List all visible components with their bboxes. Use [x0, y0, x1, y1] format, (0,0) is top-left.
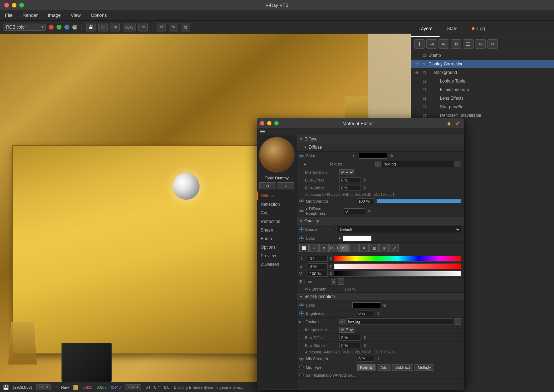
- si-blur-strength-input[interactable]: [339, 343, 361, 348]
- source-select[interactable]: Default: [337, 226, 461, 233]
- mix-strength-radio[interactable]: [299, 199, 304, 203]
- sat-slider[interactable]: [334, 263, 461, 269]
- hsv-select[interactable]: HSV ▾: [125, 384, 141, 390]
- channel-select[interactable]: RGB color: [3, 24, 46, 31]
- add-layer-button[interactable]: ⬇: [414, 39, 425, 49]
- mat-nav-coat[interactable]: Coat: [257, 209, 296, 217]
- import-button[interactable]: ⇥: [426, 39, 437, 49]
- scale-select[interactable]: 1x1 ▾: [36, 384, 51, 390]
- red-channel-dot[interactable]: [49, 25, 54, 30]
- si-color-swatch[interactable]: [352, 302, 381, 308]
- mat-nav-sheen[interactable]: Sheen ..: [257, 226, 296, 234]
- mat-nav-options[interactable]: Options: [257, 243, 296, 252]
- mat-nav-preview[interactable]: Preview: [257, 252, 296, 260]
- mat-nav-diffuse[interactable]: Diffuse.: [257, 192, 296, 200]
- opacity-texture-dropdown[interactable]: ▾: [331, 279, 336, 284]
- texture-file-input[interactable]: [382, 161, 453, 167]
- val-input[interactable]: [308, 271, 328, 277]
- hue-input[interactable]: [308, 256, 328, 262]
- display-button[interactable]: ▭: [138, 23, 148, 31]
- cp-tool-hsv[interactable]: HSV: [339, 244, 349, 252]
- visibility-icon-stamp[interactable]: 👁: [414, 53, 420, 58]
- opacity-texture-more[interactable]: …: [338, 278, 344, 285]
- undo-button[interactable]: ↩: [475, 39, 486, 49]
- cp-tool-5[interactable]: |: [349, 244, 359, 252]
- mix-type-multiply[interactable]: Multiply: [415, 364, 434, 371]
- cp-tool-eyedrop[interactable]: 🖊: [389, 244, 399, 252]
- save-icon[interactable]: 💾: [3, 384, 9, 390]
- opacity-color-radio[interactable]: [299, 236, 304, 240]
- menu-render[interactable]: Render: [20, 12, 40, 19]
- si-texture-file-input[interactable]: [346, 318, 453, 325]
- mat-minimize-button[interactable]: [267, 121, 271, 125]
- visibility-icon-filmic[interactable]: 👁: [414, 87, 420, 93]
- si-affects-gi-radio[interactable]: [299, 373, 304, 377]
- mix-type-add[interactable]: Add: [377, 364, 391, 371]
- hue-slider[interactable]: [334, 256, 461, 262]
- layer-item-display-correction[interactable]: 👁 ✎ Display Correction: [411, 60, 554, 68]
- cp-tool-4[interactable]: RGB: [329, 244, 339, 252]
- camera-button[interactable]: 🎥: [98, 23, 108, 31]
- si-texture-dropdown[interactable]: ▾: [339, 319, 345, 324]
- si-texture-expand[interactable]: ▸: [299, 319, 304, 324]
- tab-stats[interactable]: Stats: [440, 21, 465, 37]
- blur-offset-input[interactable]: [339, 177, 361, 183]
- source-radio[interactable]: [299, 227, 304, 232]
- hue-stepper[interactable]: ⇕: [329, 256, 333, 261]
- diffuse-roughness-input[interactable]: [344, 208, 365, 214]
- layer-item-lens[interactable]: 👁 ☐ Lens Effects: [411, 94, 554, 103]
- blur-strength-stepper[interactable]: ⇕: [363, 185, 367, 190]
- cp-tool-8[interactable]: ⊞: [379, 244, 389, 252]
- maximize-button[interactable]: [19, 3, 24, 8]
- texture-dropdown-button[interactable]: ▾: [375, 162, 381, 167]
- menu-options[interactable]: Options: [89, 12, 109, 19]
- blue-channel-dot[interactable]: [64, 25, 69, 30]
- layer-item-background[interactable]: 👁 ☐ Background: [411, 68, 554, 77]
- texture-more-button[interactable]: …: [455, 161, 461, 167]
- layer-item-stamp[interactable]: 👁 ☐ Stamp: [411, 51, 554, 60]
- mat-back-button[interactable]: ←: [437, 120, 444, 126]
- mat-nav-refraction[interactable]: Refraction: [257, 217, 296, 226]
- si-blur-offset-input[interactable]: [339, 335, 361, 341]
- layer-item-lookup-table[interactable]: 👁 ☐ Lookup Table: [411, 77, 554, 85]
- mat-nav-assign[interactable]: Zuweisen: [257, 260, 296, 269]
- si-mix-strength-radio[interactable]: [299, 357, 304, 361]
- mix-type-normal[interactable]: Normal: [357, 364, 376, 371]
- rotate-button[interactable]: ↺: [157, 23, 166, 31]
- opacity-color-swatch[interactable]: [343, 235, 372, 241]
- mat-pin-button[interactable]: 📌: [454, 120, 461, 126]
- mat-check-button[interactable]: ✓: [278, 182, 294, 189]
- si-color-radio[interactable]: [299, 303, 304, 307]
- mix-strength-input[interactable]: [357, 198, 374, 204]
- val-slider[interactable]: [334, 271, 461, 277]
- diffuse-color-swatch[interactable]: [359, 153, 387, 159]
- si-brightness-radio[interactable]: [299, 311, 304, 316]
- minimize-button[interactable]: [12, 3, 16, 8]
- layer-item-sharpen[interactable]: 👁 ☐ Sharpen/Blur: [411, 103, 554, 111]
- menu-image[interactable]: Image: [46, 12, 63, 19]
- texture-expand-icon[interactable]: ▸: [299, 162, 328, 167]
- si-brightness-stepper[interactable]: ⇕: [377, 311, 380, 316]
- mat-close-button[interactable]: [260, 121, 264, 125]
- si-eyedrop-icon[interactable]: ⊕: [383, 303, 387, 308]
- mix-type-subtract[interactable]: Subtract: [392, 364, 413, 371]
- hamburger-menu[interactable]: [260, 130, 265, 133]
- mat-option-button[interactable]: ⚙: [259, 182, 276, 189]
- sat-stepper[interactable]: ⇕: [329, 264, 333, 269]
- window-controls[interactable]: [4, 3, 24, 8]
- save-button[interactable]: 💾: [86, 23, 95, 31]
- redo-button[interactable]: ↪: [487, 39, 498, 49]
- alpha-channel-dot[interactable]: ⊕: [72, 25, 77, 30]
- cp-tool-7[interactable]: ▦: [369, 244, 379, 252]
- si-mix-strength-input[interactable]: [357, 356, 374, 362]
- cp-tool-3[interactable]: ⊕: [319, 244, 329, 252]
- zoom-button[interactable]: 50%: [123, 23, 136, 31]
- menu-view[interactable]: View: [69, 12, 83, 19]
- channel-select-wrapper[interactable]: RGB color ▾: [3, 24, 46, 31]
- visibility-icon-lens[interactable]: 👁: [414, 95, 420, 101]
- visibility-icon-background[interactable]: 👁: [414, 70, 420, 75]
- mat-nav-bump[interactable]: Bump ..: [257, 234, 296, 243]
- reset-button[interactable]: ⟲: [169, 23, 178, 31]
- export-button[interactable]: ⇤: [438, 39, 449, 49]
- si-blur-offset-stepper[interactable]: ⇕: [363, 335, 367, 340]
